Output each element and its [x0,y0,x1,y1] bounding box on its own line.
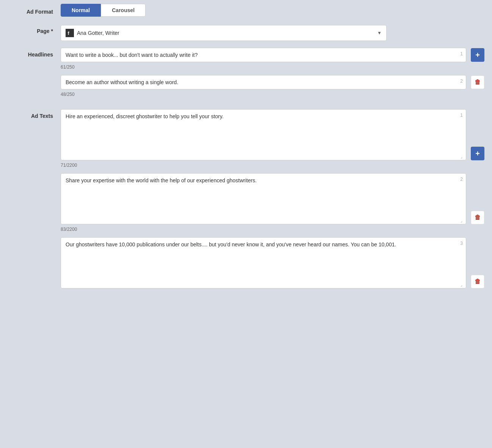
ad-text-3-wrapper: 3 ⌟ [61,237,466,288]
page-label: Page * [8,25,61,34]
page-name: Ana Gotter, Writer [77,30,119,36]
page-logo-icon: f [67,30,72,36]
headline-2-delete-button[interactable]: 🗑 [471,75,484,89]
ad-text-2-input[interactable] [61,174,466,223]
ad-text-1-char-count: 71/2200 [61,163,484,168]
ad-text-item-1: 1 ⌟ + [61,109,484,160]
headlines-content: 1 + 61/250 2 🗑 48/250 [61,48,484,102]
ad-text-2-index: 2 [460,177,463,182]
tab-carousel[interactable]: Carousel [101,4,146,17]
ad-text-2-wrapper: 2 ⌟ [61,173,466,224]
delete-icon-ad-text-2: 🗑 [475,214,481,221]
ad-text-3-index: 3 [460,241,463,246]
ad-text-3-delete-button[interactable]: 🗑 [471,275,484,288]
headline-2-input[interactable] [61,75,466,89]
ad-texts-label: Ad Texts [8,109,61,119]
ad-texts-row: Ad Texts 1 ⌟ + 71/2200 2 ⌟ [8,109,484,290]
headline-1-char-count: 61/250 [61,64,484,70]
ad-format-label: Ad Format [8,6,61,15]
resize-handle-2: ⌟ [461,219,465,223]
ad-text-1-wrapper: 1 ⌟ [61,109,466,160]
resize-handle-1: ⌟ [461,155,465,159]
headline-item-1: 1 + [61,48,484,62]
headline-add-button[interactable]: + [471,48,484,62]
ad-format-content: Normal Carousel [61,4,484,17]
headline-item-2: 2 🗑 [61,75,484,89]
headline-1-index: 1 [460,51,463,56]
headline-2-char-count: 48/250 [61,92,484,97]
headline-1-wrapper: 1 [61,48,466,62]
delete-icon-ad-text-3: 🗑 [475,278,481,285]
resize-handle-3: ⌟ [461,283,465,287]
ad-format-row: Ad Format Normal Carousel [8,4,484,17]
headline-1-input[interactable] [61,48,466,62]
ad-text-add-button[interactable]: + [471,147,484,160]
headlines-row: Headlines 1 + 61/250 2 🗑 [8,48,484,102]
ad-text-item-3: 3 ⌟ 🗑 [61,237,484,288]
headline-2-wrapper: 2 [61,75,466,89]
ad-text-1-input[interactable] [61,110,466,159]
ad-text-2-char-count: 83/2200 [61,227,484,232]
page-select-dropdown[interactable]: f Ana Gotter, Writer ▼ [61,25,387,41]
ad-text-3-input[interactable] [61,238,466,287]
form-container: Ad Format Normal Carousel Page * f Ana [0,0,492,308]
tab-group: Normal Carousel [61,4,484,17]
page-icon: f [66,29,74,37]
page-select-inner: f Ana Gotter, Writer [66,29,119,37]
delete-icon-headline-2: 🗑 [475,79,481,86]
ad-text-item-2: 2 ⌟ 🗑 [61,173,484,224]
chevron-down-icon: ▼ [377,30,382,36]
page-content: f Ana Gotter, Writer ▼ [61,25,484,41]
ad-text-2-delete-button[interactable]: 🗑 [471,211,484,224]
ad-text-1-index: 1 [460,113,463,118]
headline-2-index: 2 [460,78,463,84]
headlines-label: Headlines [8,48,61,58]
tab-normal[interactable]: Normal [61,4,101,17]
page-row: Page * f Ana Gotter, Writer ▼ [8,25,484,41]
ad-texts-content: 1 ⌟ + 71/2200 2 ⌟ 🗑 83/2200 [61,109,484,290]
